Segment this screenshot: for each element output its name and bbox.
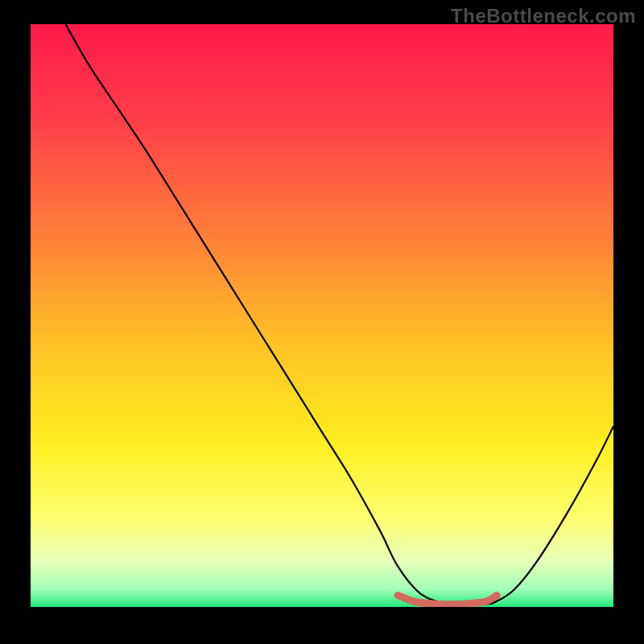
optimal-band xyxy=(398,596,497,605)
curve-layer xyxy=(31,24,613,607)
chart-container: TheBottleneck.com xyxy=(0,0,644,644)
bottleneck-curve xyxy=(65,24,613,605)
watermark-text: TheBottleneck.com xyxy=(451,5,636,27)
plot-area xyxy=(31,24,613,607)
